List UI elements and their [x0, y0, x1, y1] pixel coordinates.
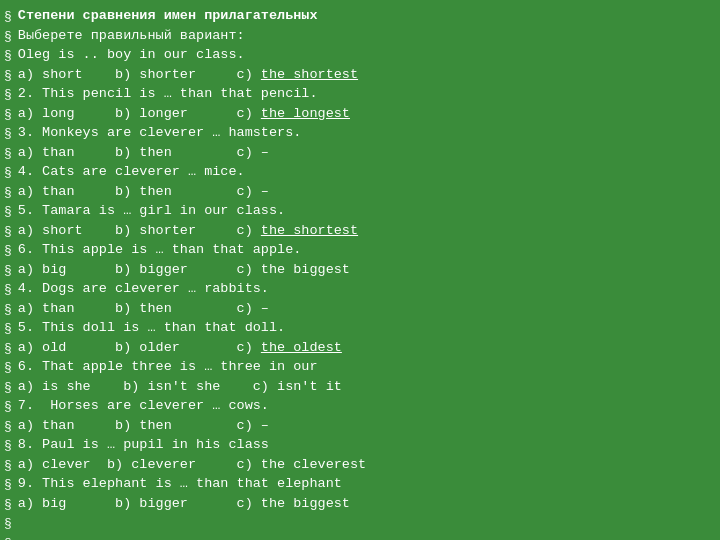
bullet-item: § [4, 261, 12, 281]
content-line: 4. Dogs are cleverer … rabbits. [18, 279, 716, 299]
content-line: a) big b) bigger c) the biggest [18, 260, 716, 280]
content-line: a) clever b) cleverer c) the cleverest [18, 455, 716, 475]
bullet-item: § [4, 358, 12, 378]
content-line: 5. Tamara is … girl in our class. [18, 201, 716, 221]
content-line: a) long b) longer c) the longest [18, 104, 716, 124]
main-container: §§§§§§§§§§§§§§§§§§§§§§§§§§§§§ Степени ср… [0, 0, 720, 540]
content-line: a) short b) shorter c) the shortest [18, 221, 716, 241]
bullet-item: § [4, 202, 12, 222]
content-line: a) than b) then c) – [18, 182, 716, 202]
bullet-item: § [4, 27, 12, 47]
line-text: a) long b) longer c) [18, 106, 261, 121]
content-line: 8. Paul is … pupil in his class [18, 435, 716, 455]
content-line: a) short b) shorter c) the shortest [18, 65, 716, 85]
content-line: a) is she b) isn't she c) isn't it [18, 377, 716, 397]
content-line: 7. Horses are cleverer … cows. [18, 396, 716, 416]
content-line: a) than b) then c) – [18, 143, 716, 163]
content-line: 3. Monkeys are cleverer … hamsters. [18, 123, 716, 143]
bullet-item: § [4, 7, 12, 27]
bullet-item: § [4, 300, 12, 320]
line-text: a) short b) shorter c) [18, 67, 261, 82]
bullet-item: § [4, 534, 12, 541]
content-line: 6. That apple three is … three in our [18, 357, 716, 377]
content-line: 9. This elephant is … than that elephant [18, 474, 716, 494]
bullet-item: § [4, 319, 12, 339]
bullet-item: § [4, 144, 12, 164]
content-line: a) old b) older c) the oldest [18, 338, 716, 358]
underline-answer: the oldest [261, 340, 342, 355]
bullet-list: §§§§§§§§§§§§§§§§§§§§§§§§§§§§§ [4, 6, 12, 534]
bullet-item: § [4, 378, 12, 398]
content-line: Oleg is .. boy in our class. [18, 45, 716, 65]
bullet-item: § [4, 85, 12, 105]
underline-answer: the shortest [261, 223, 358, 238]
content-area: Степени сравнения имен прилагательныхВыб… [18, 6, 716, 534]
bullet-item: § [4, 163, 12, 183]
bullet-item: § [4, 105, 12, 125]
bullet-item: § [4, 46, 12, 66]
bullet-item: § [4, 456, 12, 476]
underline-answer: the longest [261, 106, 350, 121]
content-line: Выберете правильный вариант: [18, 26, 716, 46]
content-line: 5. This doll is … than that doll. [18, 318, 716, 338]
bullet-item: § [4, 339, 12, 359]
underline-answer: the shortest [261, 67, 358, 82]
content-line: 6. This apple is … than that apple. [18, 240, 716, 260]
bullet-item: § [4, 475, 12, 495]
bullet-item: § [4, 280, 12, 300]
bullet-item: § [4, 222, 12, 242]
bullet-item: § [4, 183, 12, 203]
content-line: 2. This pencil is … than that pencil. [18, 84, 716, 104]
bullet-item: § [4, 124, 12, 144]
content-line: a) than b) then c) – [18, 299, 716, 319]
content-line: a) than b) then c) – [18, 416, 716, 436]
title-line: Степени сравнения имен прилагательных [18, 6, 716, 26]
content-line: a) big b) bigger c) the biggest [18, 494, 716, 514]
line-text: a) old b) older c) [18, 340, 261, 355]
bullet-item: § [4, 514, 12, 534]
bullet-item: § [4, 241, 12, 261]
line-text: a) short b) shorter c) [18, 223, 261, 238]
bullet-item: § [4, 397, 12, 417]
bullet-item: § [4, 436, 12, 456]
bullet-item: § [4, 66, 12, 86]
bullet-item: § [4, 417, 12, 437]
content-line: 4. Cats are cleverer … mice. [18, 162, 716, 182]
bullet-item: § [4, 495, 12, 515]
